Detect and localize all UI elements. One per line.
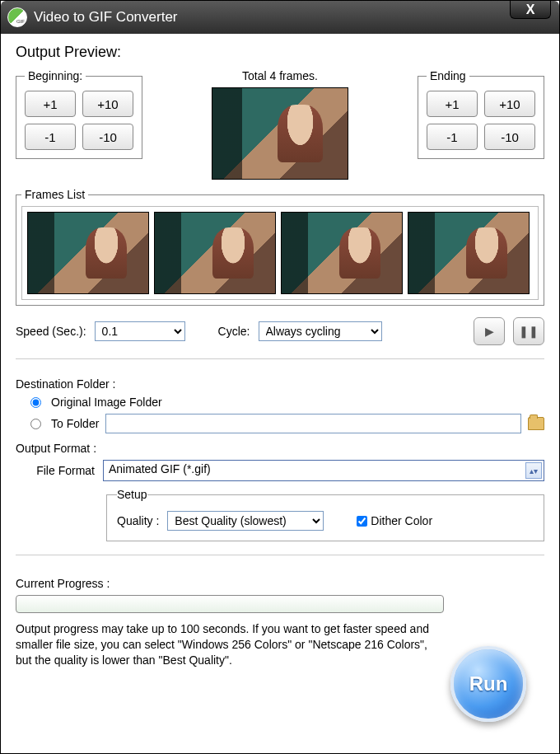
separator <box>16 358 544 359</box>
quality-select[interactable]: Best Quality (slowest) <box>167 511 324 531</box>
browse-folder-button[interactable] <box>528 417 544 430</box>
progress-group: Current Progress : <box>16 577 544 613</box>
cycle-label: Cycle: <box>218 325 250 338</box>
progress-bar <box>16 595 444 613</box>
app-window: Video to GIF Converter X Output Preview:… <box>0 0 560 754</box>
setup-group: Setup Quality : Best Quality (slowest) D… <box>106 488 544 541</box>
beginning-minus1-button[interactable]: -1 <box>25 124 76 150</box>
ending-plus10-button[interactable]: +10 <box>484 91 535 117</box>
preview-thumbnail <box>212 87 348 180</box>
beginning-legend: Beginning: <box>25 69 86 82</box>
speed-select[interactable]: 0.1 <box>95 321 185 341</box>
bottom-area: Current Progress : Output progress may t… <box>16 569 544 743</box>
file-format-label: File Format <box>16 464 95 477</box>
dest-path-input[interactable] <box>105 414 521 433</box>
output-format-group: Output Format : File Format Animated GIF… <box>16 442 544 541</box>
setup-legend: Setup <box>117 488 147 501</box>
dither-label: Dither Color <box>371 514 432 527</box>
progress-heading: Current Progress : <box>16 577 544 590</box>
center-preview: Total 4 frames. <box>212 69 348 180</box>
dither-checkbox[interactable] <box>357 516 367 527</box>
dest-tofolder-radio[interactable] <box>30 419 41 429</box>
preview-row: Beginning: +1 +10 -1 -10 Total 4 frames.… <box>16 69 544 180</box>
frame-thumbnail[interactable] <box>408 212 530 294</box>
close-icon: X <box>526 2 535 17</box>
output-preview-heading: Output Preview: <box>16 44 544 61</box>
destination-group: Destination Folder : Original Image Fold… <box>16 377 544 433</box>
destination-heading: Destination Folder : <box>16 377 544 391</box>
run-label: Run <box>469 672 508 695</box>
beginning-group: Beginning: +1 +10 -1 -10 <box>16 69 142 159</box>
total-frames-label: Total 4 frames. <box>212 69 348 82</box>
pause-button[interactable]: ❚❚ <box>513 317 544 345</box>
speed-label: Speed (Sec.): <box>16 325 86 338</box>
quality-label: Quality : <box>117 514 159 527</box>
app-logo-icon <box>7 7 27 27</box>
playback-controls-row: Speed (Sec.): 0.1 Cycle: Always cycling … <box>16 317 544 345</box>
run-button[interactable]: Run <box>450 646 526 722</box>
titlebar: Video to GIF Converter X <box>1 1 559 34</box>
frame-thumbnail[interactable] <box>154 212 276 294</box>
frame-thumbnail[interactable] <box>281 212 403 294</box>
play-button[interactable]: ▶ <box>474 317 505 345</box>
ending-legend: Ending <box>427 69 469 82</box>
cycle-select[interactable]: Always cycling <box>259 321 382 341</box>
play-icon: ▶ <box>485 325 494 338</box>
content-area: Output Preview: Beginning: +1 +10 -1 -10… <box>1 34 559 753</box>
frames-list[interactable] <box>21 206 539 300</box>
file-format-value: Animated GIF (*.gif) <box>109 462 211 475</box>
output-format-heading: Output Format : <box>16 442 544 455</box>
beginning-plus1-button[interactable]: +1 <box>25 91 76 117</box>
beginning-plus10-button[interactable]: +10 <box>82 91 133 117</box>
window-title: Video to GIF Converter <box>34 9 178 26</box>
separator <box>16 555 544 555</box>
ending-group: Ending +1 +10 -1 -10 <box>418 69 544 159</box>
beginning-minus10-button[interactable]: -10 <box>82 124 133 150</box>
ending-minus10-button[interactable]: -10 <box>484 124 535 150</box>
frame-thumbnail[interactable] <box>27 212 149 294</box>
frames-list-group: Frames List <box>16 188 544 306</box>
close-button[interactable]: X <box>510 1 551 19</box>
ending-plus1-button[interactable]: +1 <box>427 91 478 117</box>
ending-minus1-button[interactable]: -1 <box>427 124 478 150</box>
dest-original-label: Original Image Folder <box>51 396 162 409</box>
dither-checkbox-wrap[interactable]: Dither Color <box>357 514 432 527</box>
progress-hint: Output progress may take up to 100 secon… <box>16 621 444 668</box>
pause-icon: ❚❚ <box>519 325 539 338</box>
dest-original-radio[interactable] <box>30 397 41 408</box>
dest-tofolder-label: To Folder <box>51 417 99 430</box>
chevron-updown-icon: ▴▾ <box>525 462 542 479</box>
file-format-select[interactable]: Animated GIF (*.gif) ▴▾ <box>103 460 544 481</box>
frames-list-legend: Frames List <box>21 188 88 201</box>
